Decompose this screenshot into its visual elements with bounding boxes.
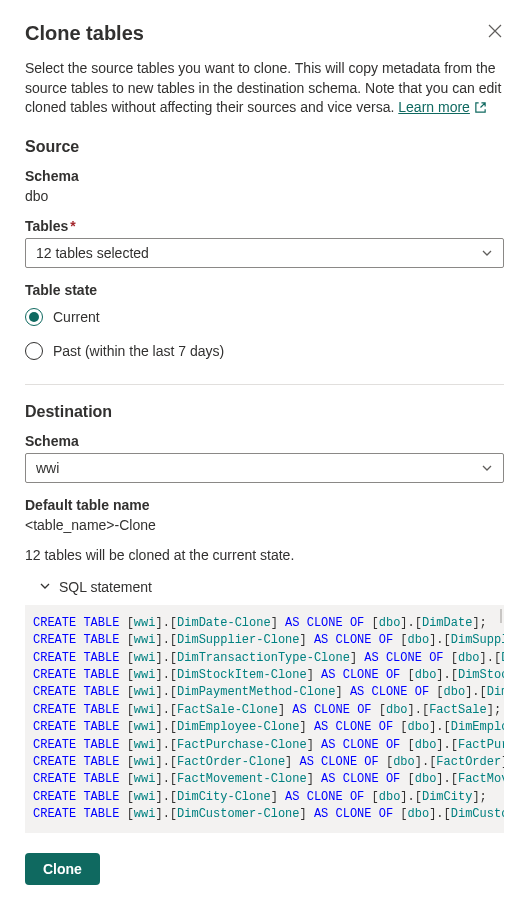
- sql-line: CREATE TABLE [wwi].[FactMovement-Clone] …: [33, 771, 496, 788]
- tables-dropdown[interactable]: 12 tables selected: [25, 238, 504, 268]
- scrollbar-icon[interactable]: [500, 609, 502, 623]
- radio-icon-checked: [25, 308, 43, 326]
- dest-schema-value: wwi: [36, 460, 59, 476]
- required-asterisk: *: [70, 218, 75, 234]
- sql-line: CREATE TABLE [wwi].[FactPurchase-Clone] …: [33, 737, 496, 754]
- sql-line: CREATE TABLE [wwi].[DimPaymentMethod-Clo…: [33, 684, 496, 701]
- source-schema-value: dbo: [25, 188, 504, 204]
- default-name-value: <table_name>-Clone: [25, 517, 504, 533]
- dest-schema-dropdown[interactable]: wwi: [25, 453, 504, 483]
- close-icon: [488, 24, 502, 38]
- radio-past-label: Past (within the last 7 days): [53, 343, 224, 359]
- sql-line: CREATE TABLE [wwi].[DimSupplier-Clone] A…: [33, 632, 496, 649]
- sql-statement-label: SQL statement: [59, 579, 152, 595]
- clone-status: 12 tables will be cloned at the current …: [25, 547, 504, 563]
- sql-line: CREATE TABLE [wwi].[DimStockItem-Clone] …: [33, 667, 496, 684]
- sql-line: CREATE TABLE [wwi].[FactOrder-Clone] AS …: [33, 754, 496, 771]
- sql-line: CREATE TABLE [wwi].[DimTransactionType-C…: [33, 650, 496, 667]
- sql-line: CREATE TABLE [wwi].[DimCustomer-Clone] A…: [33, 806, 496, 823]
- default-name-label: Default table name: [25, 497, 504, 513]
- sql-statement-box: CREATE TABLE [wwi].[DimDate-Clone] AS CL…: [25, 605, 504, 834]
- learn-more-link[interactable]: Learn more: [398, 99, 487, 115]
- chevron-down-icon: [481, 247, 493, 259]
- radio-icon-unchecked: [25, 342, 43, 360]
- chevron-down-icon: [39, 579, 51, 595]
- sql-line: CREATE TABLE [wwi].[FactSale-Clone] AS C…: [33, 702, 496, 719]
- external-link-icon: [474, 100, 487, 120]
- sql-line: CREATE TABLE [wwi].[DimCity-Clone] AS CL…: [33, 789, 496, 806]
- close-button[interactable]: [486, 22, 504, 43]
- radio-current-label: Current: [53, 309, 100, 325]
- destination-heading: Destination: [25, 403, 504, 421]
- sql-line: CREATE TABLE [wwi].[DimEmployee-Clone] A…: [33, 719, 496, 736]
- intro-text: Select the source tables you want to clo…: [25, 59, 504, 120]
- source-schema-label: Schema: [25, 168, 504, 184]
- dialog-title: Clone tables: [25, 22, 144, 45]
- radio-current[interactable]: Current: [25, 302, 504, 336]
- clone-button[interactable]: Clone: [25, 853, 100, 885]
- section-divider: [25, 384, 504, 385]
- chevron-down-icon: [481, 462, 493, 474]
- table-state-label: Table state: [25, 282, 504, 298]
- tables-dropdown-value: 12 tables selected: [36, 245, 149, 261]
- sql-line: CREATE TABLE [wwi].[DimDate-Clone] AS CL…: [33, 615, 496, 632]
- sql-statement-toggle[interactable]: SQL statement: [25, 577, 504, 605]
- source-heading: Source: [25, 138, 504, 156]
- radio-past[interactable]: Past (within the last 7 days): [25, 336, 504, 370]
- dest-schema-label: Schema: [25, 433, 504, 449]
- tables-label: Tables*: [25, 218, 504, 234]
